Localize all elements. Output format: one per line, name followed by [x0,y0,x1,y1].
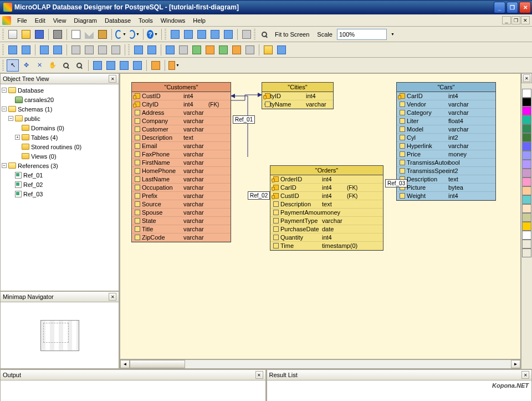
color-swatch[interactable] [522,142,531,151]
tree-node[interactable]: Tables (4) [31,134,58,141]
menu-tools[interactable]: Tools [135,16,157,26]
table-cities[interactable]: "Cities" CityIDint4CityNamevarchar [262,82,334,109]
color-swatch[interactable] [522,231,531,240]
color-swatch[interactable] [522,169,531,177]
tree-node[interactable]: Ref_02 [23,181,43,188]
table-column[interactable]: Quantityint4 [270,234,383,242]
mdi-close[interactable]: ✕ [521,16,530,24]
save-button[interactable] [33,28,45,40]
color-swatch[interactable] [522,89,531,98]
color-swatch[interactable] [522,124,531,133]
tb2-btn[interactable] [191,44,203,56]
color-swatch[interactable] [522,160,531,169]
mdi-restore[interactable]: ❐ [511,16,520,24]
move-tool[interactable]: ✥ [20,59,32,72]
pointer-tool[interactable]: ↖ [7,59,19,72]
tb2-btn[interactable] [38,44,50,56]
table-column[interactable]: LastNamevarchar [132,175,231,184]
minimap-viewport[interactable] [40,320,79,351]
tree-node[interactable]: Stored routines (0) [31,144,81,150]
table-column[interactable]: Descriptiontext [397,175,495,184]
menu-view[interactable]: View [49,16,70,26]
close-button[interactable]: ✕ [519,2,531,13]
table-column[interactable]: OrderIDint4 [270,175,383,184]
table-column[interactable]: Pricemoney [397,150,495,159]
toolbar-grip[interactable] [2,29,4,40]
zoom-out-tool[interactable] [73,59,85,72]
layout-btn-1[interactable] [169,28,181,40]
tb2-btn[interactable] [217,44,229,56]
table-column[interactable]: Categoryvarchar [397,109,495,117]
tb2-btn[interactable] [83,44,95,56]
menu-edit[interactable]: Edit [31,16,49,26]
tree-node[interactable]: Ref_01 [23,172,43,179]
table-column[interactable]: CarIDint4(FK) [270,184,383,192]
undo-button[interactable]: ▼ [115,28,127,40]
table-column[interactable]: Statevarchar [132,217,231,225]
tb2-btn[interactable] [164,44,176,56]
tb2-btn[interactable] [204,44,216,56]
table-column[interactable]: Modelvarchar [397,125,495,134]
table-column[interactable]: CarIDint4 [397,92,495,100]
tb2-btn[interactable] [146,44,158,56]
tb2-btn[interactable] [110,44,122,56]
color-swatch[interactable] [522,248,531,257]
table-column[interactable]: Cylint2 [397,134,495,142]
scroll-right[interactable]: ► [511,360,520,368]
table-column[interactable]: Sourcevarchar [132,200,231,209]
palette-close[interactable]: ✕ [523,74,530,82]
scale-input[interactable] [337,29,387,40]
color-swatch[interactable] [522,213,531,222]
table-column[interactable]: Prefixvarchar [132,192,231,200]
tb2-btn[interactable] [96,44,109,56]
tree-node[interactable]: References (3) [18,163,58,169]
minimize-button[interactable]: _ [494,2,505,13]
tree-toggle[interactable]: + [15,135,20,140]
ref-label-3[interactable]: Ref_03 [385,179,407,187]
table-tool[interactable] [91,59,104,72]
print-button[interactable] [52,28,64,40]
scroll-thumb[interactable] [130,360,185,368]
relation-tool[interactable] [105,59,117,72]
new-button[interactable] [7,28,19,40]
table-column[interactable]: ZipCodevarchar [132,234,231,242]
table-cars[interactable]: "Cars" CarIDint4VendorvarcharCategoryvar… [396,82,496,201]
table-column[interactable]: Customervarchar [132,125,231,134]
copy-button[interactable] [70,28,82,40]
table-customers[interactable]: "Customers" CustIDint4CityIDint4(FK)Addr… [131,82,231,242]
fit-to-screen-label[interactable]: Fit to Screen [272,31,313,38]
table-column[interactable]: Picturebytea [397,184,495,192]
tree-node[interactable]: Ref_03 [23,191,43,197]
color-swatch[interactable] [522,106,531,115]
layout-btn-5[interactable] [222,28,234,40]
table-column[interactable]: PurchaseDatedate [270,225,383,234]
table-column[interactable]: CustIDint4 [132,92,231,100]
table-column[interactable]: Literfloat4 [397,117,495,125]
tb3-btn[interactable] [131,59,144,72]
tb2-btn[interactable] [244,44,256,56]
toolbar-grip[interactable] [2,60,4,71]
canvas-hscroll[interactable]: ◄ ► [120,359,521,369]
ref-label-2[interactable]: Ref_02 [248,191,270,200]
tb2-btn[interactable] [52,44,64,56]
tree-toggle[interactable]: − [2,106,7,111]
cut-button[interactable] [83,28,95,40]
color-swatch[interactable] [522,115,531,124]
tb3-btn[interactable]: ▼ [168,59,180,72]
tree-toggle[interactable]: − [2,163,7,168]
zoom-button[interactable] [258,28,270,40]
menu-diagram[interactable]: Diagram [70,16,101,26]
tb2-btn[interactable] [275,44,288,56]
tree-close[interactable]: ✕ [109,75,116,83]
maximize-button[interactable]: ❐ [507,2,518,13]
layout-btn-2[interactable] [182,28,195,40]
scroll-track[interactable] [130,360,511,368]
tb2-btn[interactable] [177,44,190,56]
color-swatch[interactable] [522,177,531,186]
object-tree[interactable]: −Database carsales20 −Schemas (1) −publi… [0,84,119,291]
tb2-btn[interactable] [262,44,274,56]
color-swatch[interactable] [522,186,531,195]
table-column[interactable]: Weightint4 [397,192,495,200]
table-column[interactable]: HomePhonevarchar [132,167,231,175]
tree-node[interactable]: public [24,115,40,122]
